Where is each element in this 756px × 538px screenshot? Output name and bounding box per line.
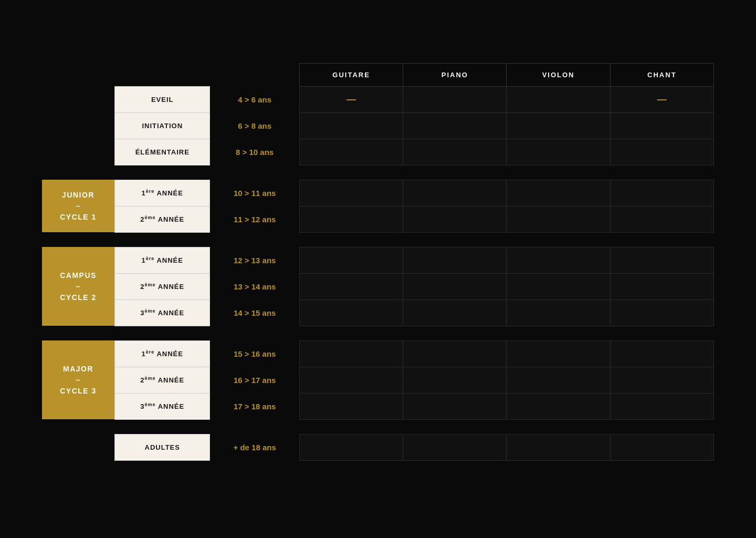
spacer-4-cell (42, 419, 714, 434)
junior-chant-1 (610, 180, 713, 206)
initiation-piano (403, 112, 507, 139)
campus-year-3: 3ème ANNÉE (115, 299, 210, 326)
spacer-4 (42, 419, 714, 434)
elementaire-label: ÉLÉMENTAIRE (115, 139, 210, 165)
junior-age-1: 10 > 11 ans (210, 180, 300, 206)
major-year-3: 3ème ANNÉE (115, 393, 210, 419)
major-year-2: 2ème ANNÉE (115, 367, 210, 393)
junior-guitare-2 (299, 206, 403, 232)
junior-violon-2 (507, 206, 610, 232)
campus-cycle-label: CAMPUS – CYCLE 2 (42, 247, 115, 326)
major-age-2: 16 > 17 ans (210, 367, 300, 393)
campus-chant-2 (610, 273, 713, 299)
major-chant-2 (610, 367, 713, 393)
campus-violon-2 (507, 273, 610, 299)
spacer-5 (42, 460, 714, 475)
junior-row-1: JUNIOR – CYCLE 1 1ère ANNÉE 10 > 11 ans (42, 180, 714, 206)
table-header: GUITARE PIANO VIOLON CHANT (42, 63, 714, 86)
header-chant: CHANT (610, 63, 713, 86)
curriculum-table: GUITARE PIANO VIOLON CHANT EVEIL 4 > 6 a… (42, 63, 714, 475)
major-guitare-3 (299, 393, 403, 419)
elementaire-violon (507, 139, 610, 165)
spacer-2 (42, 232, 714, 247)
eveil-empty-cycle (42, 86, 115, 112)
major-guitare-1 (299, 340, 403, 367)
initiation-age: 6 > 8 ans (210, 112, 300, 139)
campus-piano-1 (403, 247, 507, 273)
adultes-label: ADULTES (115, 434, 210, 460)
campus-chant-3 (610, 299, 713, 326)
junior-age-2: 11 > 12 ans (210, 206, 300, 232)
adultes-chant (610, 434, 713, 460)
elementaire-age: 8 > 10 ans (210, 139, 300, 165)
campus-violon-3 (507, 299, 610, 326)
major-piano-3 (403, 393, 507, 419)
spacer-5-cell (42, 460, 714, 475)
adultes-piano (403, 434, 507, 460)
major-violon-1 (507, 340, 610, 367)
major-row-2: 2ème ANNÉE 16 > 17 ans (42, 367, 714, 393)
campus-row-1: CAMPUS – CYCLE 2 1ère ANNÉE 12 > 13 ans (42, 247, 714, 273)
campus-violon-1 (507, 247, 610, 273)
adultes-guitare (299, 434, 403, 460)
campus-guitare-2 (299, 273, 403, 299)
spacer-2-cell (42, 232, 714, 247)
major-age-1: 15 > 16 ans (210, 340, 300, 367)
initiation-chant (610, 112, 713, 139)
campus-age-1: 12 > 13 ans (210, 247, 300, 273)
eveil-label: EVEIL (115, 86, 210, 112)
campus-guitare-1 (299, 247, 403, 273)
major-piano-2 (403, 367, 507, 393)
header-piano: PIANO (403, 63, 507, 86)
header-empty (42, 63, 299, 86)
elementaire-piano (403, 139, 507, 165)
initiation-empty-cycle (42, 112, 115, 139)
initiation-label: INITIATION (115, 112, 210, 139)
major-age-3: 17 > 18 ans (210, 393, 300, 419)
eveil-violon (507, 86, 610, 112)
junior-row-2: 2ème ANNÉE 11 > 12 ans (42, 206, 714, 232)
elementaire-row: ÉLÉMENTAIRE 8 > 10 ans (42, 139, 714, 165)
junior-year-2: 2ème ANNÉE (115, 206, 210, 232)
eveil-guitare: — (299, 86, 403, 112)
junior-guitare-1 (299, 180, 403, 206)
spacer-1-cell (42, 165, 714, 180)
campus-row-3: 3ème ANNÉE 14 > 15 ans (42, 299, 714, 326)
major-piano-1 (403, 340, 507, 367)
major-violon-3 (507, 393, 610, 419)
junior-year-1: 1ère ANNÉE (115, 180, 210, 206)
initiation-violon (507, 112, 610, 139)
adultes-violon (507, 434, 610, 460)
major-row-3: 3ème ANNÉE 17 > 18 ans (42, 393, 714, 419)
campus-year-2: 2ème ANNÉE (115, 273, 210, 299)
spacer-3-cell (42, 326, 714, 340)
campus-row-2: 2ème ANNÉE 13 > 14 ans (42, 273, 714, 299)
campus-age-3: 14 > 15 ans (210, 299, 300, 326)
junior-piano-2 (403, 206, 507, 232)
elementaire-guitare (299, 139, 403, 165)
adultes-empty-cycle (42, 434, 115, 460)
major-guitare-2 (299, 367, 403, 393)
major-chant-1 (610, 340, 713, 367)
initiation-row: INITIATION 6 > 8 ans (42, 112, 714, 139)
header-guitare: GUITARE (299, 63, 403, 86)
junior-piano-1 (403, 180, 507, 206)
adultes-age: + de 18 ans (210, 434, 300, 460)
adultes-row: ADULTES + de 18 ans (42, 434, 714, 460)
campus-year-1: 1ère ANNÉE (115, 247, 210, 273)
elementaire-empty-cycle (42, 139, 115, 165)
eveil-chant: — (610, 86, 713, 112)
campus-piano-2 (403, 273, 507, 299)
elementaire-chant (610, 139, 713, 165)
junior-chant-2 (610, 206, 713, 232)
campus-chant-1 (610, 247, 713, 273)
junior-violon-1 (507, 180, 610, 206)
spacer-1 (42, 165, 714, 180)
header-violon: VIOLON (507, 63, 610, 86)
eveil-row: EVEIL 4 > 6 ans — — (42, 86, 714, 112)
main-container: GUITARE PIANO VIOLON CHANT EVEIL 4 > 6 a… (42, 63, 714, 475)
eveil-piano (403, 86, 507, 112)
campus-guitare-3 (299, 299, 403, 326)
junior-cycle-label: JUNIOR – CYCLE 1 (42, 180, 115, 232)
major-violon-2 (507, 367, 610, 393)
